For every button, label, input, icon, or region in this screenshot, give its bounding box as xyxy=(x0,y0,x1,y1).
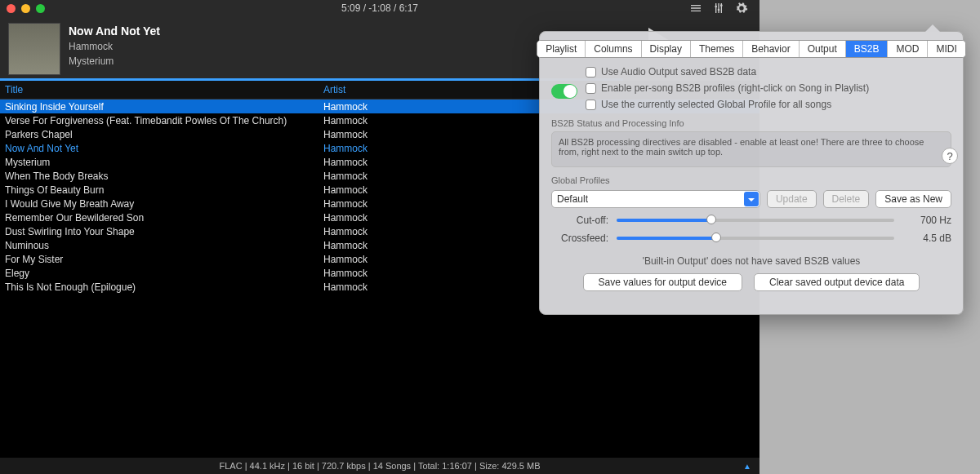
chevron-down-icon xyxy=(744,192,759,206)
profile-select[interactable]: Default xyxy=(551,190,760,208)
preferences-popover: PlaylistColumnsDisplayThemesBehaviorOutp… xyxy=(539,31,964,315)
tab-bs2b[interactable]: BS2B xyxy=(846,41,889,57)
row-title: Things Of Beauty Burn xyxy=(5,184,323,196)
tab-themes[interactable]: Themes xyxy=(691,41,743,57)
minimize-icon[interactable] xyxy=(21,4,30,13)
checkbox-icon[interactable] xyxy=(586,83,596,94)
crossfeed-slider[interactable] xyxy=(617,237,894,240)
output-note: 'Built-in Output' does not have saved BS… xyxy=(551,255,951,267)
tab-display[interactable]: Display xyxy=(642,41,691,57)
song-album: Mysterium xyxy=(69,55,160,67)
gear-icon[interactable] xyxy=(735,2,748,15)
profile-selected-value: Default xyxy=(557,193,588,205)
svg-point-0 xyxy=(715,6,717,8)
row-title: Parkers Chapel xyxy=(5,129,323,140)
crossfeed-label: Crossfeed: xyxy=(551,233,608,244)
prefs-tabs: PlaylistColumnsDisplayThemesBehaviorOutp… xyxy=(537,40,966,58)
row-title: Numinous xyxy=(5,240,323,251)
cutoff-slider-row: Cut-off: 700 Hz xyxy=(551,215,951,226)
check-label: Use the currently selected Global Profil… xyxy=(601,99,831,110)
help-button[interactable]: ? xyxy=(942,148,958,164)
clear-device-data-button[interactable]: Clear saved output device data xyxy=(754,273,920,291)
zoom-icon[interactable] xyxy=(36,4,45,13)
row-title: This Is Not Enough (Epilogue) xyxy=(5,281,323,293)
tab-midi[interactable]: MIDI xyxy=(928,41,964,57)
titlebar: 5:09 / -1:08 / 6:17 xyxy=(0,0,760,16)
row-title: Remember Our Bewildered Son xyxy=(5,212,323,224)
check-per-song-profiles[interactable]: Enable per-song BS2B profiles (right-cli… xyxy=(586,82,951,94)
row-title: Elegy xyxy=(5,268,323,279)
save-as-new-button[interactable]: Save as New xyxy=(875,190,951,208)
chevron-up-icon[interactable]: ▲ xyxy=(743,462,751,471)
bs2b-master-toggle[interactable] xyxy=(551,84,577,99)
equalizer-icon[interactable] xyxy=(712,2,725,15)
time-display: 5:09 / -1:08 / 6:17 xyxy=(341,2,418,14)
header-title[interactable]: Title xyxy=(5,84,323,95)
save-for-device-button[interactable]: Save values for output device xyxy=(583,273,742,291)
tab-behavior[interactable]: Behavior xyxy=(743,41,799,57)
popover-arrow-icon xyxy=(925,24,940,32)
toolbar-icons xyxy=(689,2,748,15)
delete-button[interactable]: Delete xyxy=(823,190,870,208)
row-title: Dust Swirling Into Your Shape xyxy=(5,226,323,237)
row-title: Sinking Inside Yourself xyxy=(5,101,323,113)
check-label: Use Audio Output saved BS2B data xyxy=(601,66,756,78)
list-icon[interactable] xyxy=(689,2,702,15)
song-artist: Hammock xyxy=(69,41,160,52)
tab-mod[interactable]: MOD xyxy=(888,41,928,57)
checkbox-icon[interactable] xyxy=(586,67,596,78)
checkbox-icon[interactable] xyxy=(586,100,596,110)
row-title: Verse For Forgiveness (Feat. Timebandit … xyxy=(5,115,323,126)
cutoff-slider[interactable] xyxy=(617,219,894,222)
check-label: Enable per-song BS2B profiles (right-cli… xyxy=(601,82,869,94)
status-info-box: All BS2B processing directives are disab… xyxy=(551,131,951,167)
status-section-label: BS2B Status and Processing Info xyxy=(551,118,951,128)
row-title: I Would Give My Breath Away xyxy=(5,198,323,210)
status-text: FLAC | 44.1 kHz | 16 bit | 720.7 kbps | … xyxy=(220,461,541,471)
tab-columns[interactable]: Columns xyxy=(586,41,641,57)
window-controls xyxy=(7,4,45,13)
update-button[interactable]: Update xyxy=(767,190,817,208)
crossfeed-value: 4.5 dB xyxy=(902,233,951,244)
album-art[interactable] xyxy=(8,23,60,75)
crossfeed-slider-row: Crossfeed: 4.5 dB xyxy=(551,233,951,244)
row-title: When The Body Breaks xyxy=(5,171,323,182)
song-title: Now And Not Yet xyxy=(69,24,160,38)
row-title: For My Sister xyxy=(5,254,323,265)
cutoff-value: 700 Hz xyxy=(902,215,951,226)
row-title: Mysterium xyxy=(5,157,323,168)
progress-fill xyxy=(0,78,623,81)
close-icon[interactable] xyxy=(7,4,16,13)
tab-output[interactable]: Output xyxy=(800,41,846,57)
profiles-section-label: Global Profiles xyxy=(551,175,951,185)
status-bar: FLAC | 44.1 kHz | 16 bit | 720.7 kbps | … xyxy=(0,458,760,474)
svg-point-1 xyxy=(718,9,720,11)
check-use-output-saved[interactable]: Use Audio Output saved BS2B data xyxy=(586,66,951,78)
check-use-global-profile[interactable]: Use the currently selected Global Profil… xyxy=(586,99,951,110)
svg-point-2 xyxy=(720,4,723,7)
tab-playlist[interactable]: Playlist xyxy=(537,41,586,57)
cutoff-label: Cut-off: xyxy=(551,215,608,226)
row-title: Now And Not Yet xyxy=(5,143,323,154)
